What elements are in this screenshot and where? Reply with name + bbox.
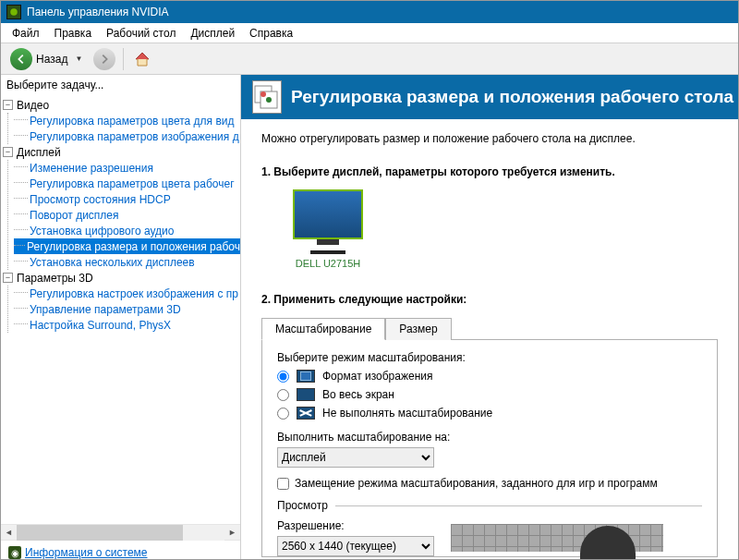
horizontal-scrollbar[interactable]: ◄ ►: [1, 524, 240, 540]
toolbar: Назад ▼: [1, 43, 738, 75]
collapse-icon[interactable]: −: [3, 100, 13, 110]
perform-on-select[interactable]: Дисплей: [277, 447, 434, 468]
home-button[interactable]: [131, 48, 153, 70]
collapse-icon[interactable]: −: [3, 273, 13, 283]
noscale-icon: [297, 407, 315, 420]
override-checkbox-row[interactable]: Замещение режима масштабирования, заданн…: [277, 477, 702, 490]
back-arrow-icon: [10, 48, 32, 70]
preview-label: Просмотр: [277, 499, 328, 512]
page-title: Регулировка размера и положения рабочего…: [291, 87, 733, 107]
tree-item[interactable]: Управление параметрами 3D: [14, 301, 240, 317]
tree-item[interactable]: Регулировка параметров изображения д: [14, 128, 240, 144]
tree-item[interactable]: Установка цифрового аудио: [14, 223, 240, 238]
sidebar: Выберите задачу... − Видео Регулировка п…: [1, 75, 241, 559]
tree-item[interactable]: Настройка Surround, PhysX: [14, 317, 240, 333]
radio-aspect-input[interactable]: [277, 371, 289, 383]
task-tree: − Видео Регулировка параметров цвета для…: [1, 95, 240, 524]
toolbar-separator: [123, 48, 124, 70]
sidebar-header: Выберите задачу...: [1, 75, 240, 95]
svg-point-0: [10, 8, 18, 16]
fullscreen-icon: [297, 388, 315, 401]
tree-item[interactable]: Установка нескольких дисплеев: [14, 254, 240, 270]
override-checkbox[interactable]: [277, 478, 289, 490]
header-page-icon: [252, 80, 282, 114]
tabs: Масштабирование Размер: [261, 317, 718, 340]
aspect-icon: [297, 370, 315, 383]
back-dropdown-icon[interactable]: ▼: [71, 55, 86, 63]
content-header: Регулировка размера и положения рабочего…: [241, 75, 738, 119]
scaling-mode-label: Выберите режим масштабирования:: [277, 351, 702, 364]
window-title: Панель управления NVIDIA: [27, 6, 169, 18]
scroll-right-icon[interactable]: ►: [224, 525, 240, 541]
intro-text: Можно отрегулировать размер и положение …: [261, 132, 718, 145]
radio-aspect[interactable]: Формат изображения: [277, 370, 702, 383]
scroll-track[interactable]: [17, 525, 224, 541]
titlebar: Панель управления NVIDIA: [1, 1, 738, 23]
menubar: Файл Правка Рабочий стол Дисплей Справка: [1, 23, 738, 43]
scroll-thumb[interactable]: [17, 525, 183, 541]
menu-file[interactable]: Файл: [5, 24, 47, 43]
radio-noscale[interactable]: Не выполнять масштабирование: [277, 407, 702, 420]
menu-edit[interactable]: Правка: [47, 24, 100, 43]
menu-desktop[interactable]: Рабочий стол: [99, 24, 183, 43]
tree-item[interactable]: Регулировка параметров цвета для вид: [14, 113, 240, 128]
tab-panel-scaling: Выберите режим масштабирования: Формат и…: [261, 340, 718, 557]
svg-point-3: [260, 91, 266, 97]
radio-fullscreen[interactable]: Во весь экран: [277, 388, 702, 401]
forward-button[interactable]: [93, 48, 115, 70]
tree-item-selected[interactable]: Регулировка размера и положения рабоч: [14, 238, 240, 254]
tab-scaling[interactable]: Масштабирование: [261, 318, 385, 340]
resolution-select[interactable]: 2560 x 1440 (текущее): [277, 536, 434, 556]
back-button[interactable]: Назад ▼: [6, 46, 90, 72]
preview-pattern: [451, 524, 663, 552]
tree-item[interactable]: Регулировка параметров цвета рабочег: [14, 176, 240, 191]
tree-group-display[interactable]: − Дисплей: [3, 144, 240, 160]
tree-item[interactable]: Регулировка настроек изображения с пр: [14, 286, 240, 301]
monitor-label: DELL U2715H: [296, 258, 361, 269]
tab-size[interactable]: Размер: [385, 318, 451, 340]
resolution-label: Разрешение:: [277, 519, 434, 532]
scroll-left-icon[interactable]: ◄: [1, 525, 17, 541]
monitor-icon: [293, 189, 363, 239]
tree-item[interactable]: Изменение разрешения: [14, 160, 240, 176]
svg-point-4: [266, 97, 272, 103]
collapse-icon[interactable]: −: [3, 147, 13, 157]
back-label: Назад: [36, 53, 67, 66]
radio-fullscreen-input[interactable]: [277, 389, 289, 401]
step2-title: 2. Применить следующие настройки:: [261, 293, 718, 306]
step1-title: 1. Выберите дисплей, параметры которого …: [261, 165, 718, 178]
system-info-link[interactable]: Информация о системе: [25, 546, 147, 559]
tree-item[interactable]: Поворот дисплея: [14, 207, 240, 223]
tree-group-3d[interactable]: − Параметры 3D: [3, 270, 240, 286]
tree-group-video[interactable]: − Видео: [3, 97, 240, 113]
menu-help[interactable]: Справка: [242, 24, 300, 43]
nvidia-icon: [6, 5, 21, 19]
info-icon: ◉: [8, 546, 21, 559]
content-pane: Регулировка размера и положения рабочего…: [241, 75, 738, 559]
perform-on-label: Выполнить масштабирование на:: [277, 431, 702, 444]
menu-display[interactable]: Дисплей: [183, 24, 242, 43]
radio-noscale-input[interactable]: [277, 408, 289, 420]
monitor-item[interactable]: DELL U2715H: [293, 189, 363, 269]
tree-item[interactable]: Просмотр состояния HDCP: [14, 191, 240, 207]
